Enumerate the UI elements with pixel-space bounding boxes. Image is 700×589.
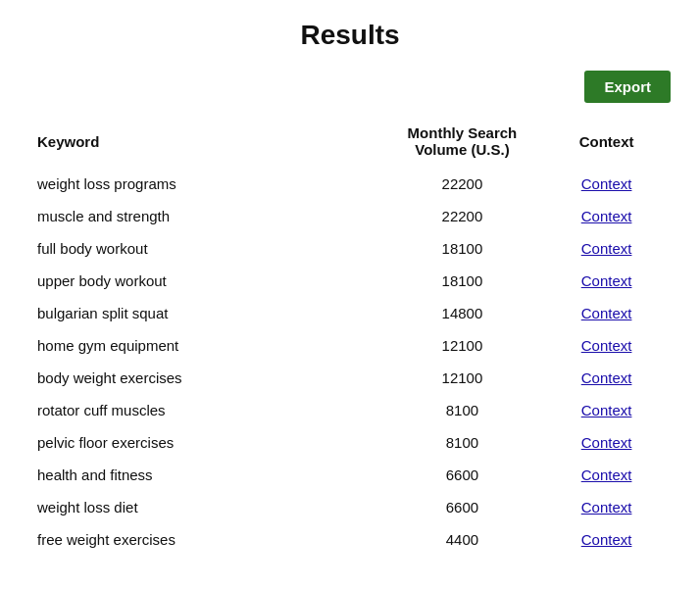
cell-keyword: upper body workout <box>29 265 382 297</box>
table-header-row: Keyword Monthly Search Volume (U.S.) Con… <box>29 119 671 168</box>
context-link[interactable]: Context <box>581 272 632 289</box>
cell-volume: 22200 <box>382 168 543 200</box>
table-row: upper body workout18100Context <box>29 265 671 297</box>
cell-keyword: bulgarian split squat <box>29 297 382 329</box>
cell-context: Context <box>542 491 671 523</box>
cell-context: Context <box>542 200 671 232</box>
table-row: weight loss diet6600Context <box>29 491 671 523</box>
cell-keyword: muscle and strength <box>29 200 382 232</box>
cell-volume: 8100 <box>382 394 543 426</box>
export-button[interactable]: Export <box>584 71 671 103</box>
results-table: Keyword Monthly Search Volume (U.S.) Con… <box>29 119 671 556</box>
cell-context: Context <box>542 394 671 426</box>
cell-volume: 12100 <box>382 362 543 394</box>
table-row: weight loss programs22200Context <box>29 168 671 200</box>
cell-keyword: full body workout <box>29 232 382 265</box>
cell-context: Context <box>542 523 671 556</box>
context-link[interactable]: Context <box>581 240 632 257</box>
context-link[interactable]: Context <box>581 499 632 515</box>
table-row: bulgarian split squat14800Context <box>29 297 671 329</box>
header-keyword: Keyword <box>29 119 382 168</box>
cell-context: Context <box>542 265 671 297</box>
cell-volume: 6600 <box>382 459 543 491</box>
context-link[interactable]: Context <box>581 337 632 354</box>
cell-context: Context <box>542 168 671 200</box>
cell-volume: 22200 <box>382 200 543 232</box>
page-title: Results <box>29 20 671 51</box>
table-row: rotator cuff muscles8100Context <box>29 394 671 426</box>
context-link[interactable]: Context <box>581 175 632 192</box>
cell-volume: 12100 <box>382 329 543 362</box>
cell-keyword: rotator cuff muscles <box>29 394 382 426</box>
context-link[interactable]: Context <box>581 531 632 548</box>
table-row: body weight exercises12100Context <box>29 362 671 394</box>
cell-volume: 18100 <box>382 265 543 297</box>
table-row: free weight exercises4400Context <box>29 523 671 556</box>
cell-volume: 8100 <box>382 426 543 459</box>
cell-keyword: health and fitness <box>29 459 382 491</box>
context-link[interactable]: Context <box>581 305 632 321</box>
context-link[interactable]: Context <box>581 402 632 418</box>
cell-context: Context <box>542 297 671 329</box>
cell-volume: 14800 <box>382 297 543 329</box>
table-row: muscle and strength22200Context <box>29 200 671 232</box>
toolbar: Export <box>29 71 671 103</box>
table-row: pelvic floor exercises8100Context <box>29 426 671 459</box>
table-row: full body workout18100Context <box>29 232 671 265</box>
cell-volume: 18100 <box>382 232 543 265</box>
cell-volume: 4400 <box>382 523 543 556</box>
cell-keyword: pelvic floor exercises <box>29 426 382 459</box>
context-link[interactable]: Context <box>581 466 632 483</box>
cell-volume: 6600 <box>382 491 543 523</box>
cell-keyword: free weight exercises <box>29 523 382 556</box>
cell-context: Context <box>542 426 671 459</box>
cell-keyword: home gym equipment <box>29 329 382 362</box>
cell-context: Context <box>542 232 671 265</box>
header-volume: Monthly Search Volume (U.S.) <box>382 119 543 168</box>
cell-context: Context <box>542 329 671 362</box>
cell-context: Context <box>542 362 671 394</box>
cell-keyword: weight loss diet <box>29 491 382 523</box>
context-link[interactable]: Context <box>581 434 632 451</box>
table-row: health and fitness6600Context <box>29 459 671 491</box>
header-context: Context <box>542 119 671 168</box>
cell-context: Context <box>542 459 671 491</box>
table-row: home gym equipment12100Context <box>29 329 671 362</box>
cell-keyword: body weight exercises <box>29 362 382 394</box>
cell-keyword: weight loss programs <box>29 168 382 200</box>
context-link[interactable]: Context <box>581 369 632 386</box>
context-link[interactable]: Context <box>581 208 632 224</box>
